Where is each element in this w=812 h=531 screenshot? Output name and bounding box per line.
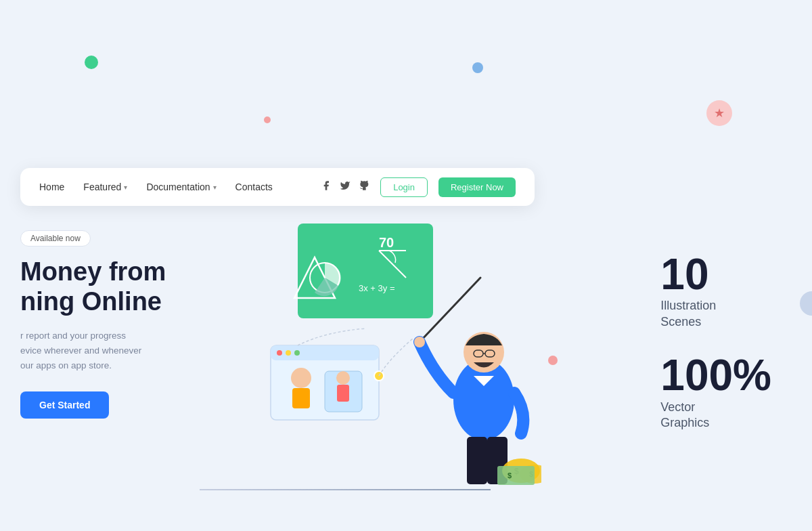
register-button[interactable]: Register Now <box>438 177 516 197</box>
nav-right: Login Register Now <box>321 177 516 197</box>
nav-left: Home Featured ▾ Documentation ▾ Contacts <box>39 182 273 192</box>
svg-point-27 <box>291 368 311 388</box>
stat-label-vector: VectorGraphics <box>660 400 771 431</box>
svg-rect-14 <box>467 437 487 484</box>
hero-content: Available now Money from ning Online r r… <box>20 230 257 419</box>
stat-number-vector: 100% <box>660 352 771 399</box>
available-badge: Available now <box>20 230 91 247</box>
svg-point-24 <box>277 350 282 356</box>
svg-text:3x + 3y =: 3x + 3y = <box>359 283 394 293</box>
social-icons <box>321 180 369 194</box>
deco-circle-star: ★ <box>706 100 732 126</box>
featured-chevron: ▾ <box>124 184 127 191</box>
svg-rect-20 <box>497 466 535 485</box>
stats-section: 10 IllustrationScenes 100% VectorGraphic… <box>660 251 771 452</box>
svg-rect-31 <box>337 385 349 402</box>
nav-item-contacts[interactable]: Contacts <box>235 182 273 192</box>
login-button[interactable]: Login <box>380 177 428 197</box>
deco-circle-green <box>85 56 98 69</box>
docs-chevron: ▾ <box>213 184 217 191</box>
svg-point-25 <box>286 350 291 356</box>
svg-point-30 <box>336 371 350 385</box>
deco-circle-pink-md <box>548 356 558 365</box>
hero-description: r report and your progress evice whereve… <box>20 328 257 373</box>
svg-rect-0 <box>298 224 433 318</box>
deco-circle-pink-sm <box>264 116 271 123</box>
deco-circle-blue <box>472 62 483 73</box>
svg-point-26 <box>294 350 300 356</box>
hero-title: Money from ning Online <box>20 257 257 316</box>
get-started-button[interactable]: Get Started <box>20 391 109 419</box>
svg-point-13 <box>414 337 425 347</box>
nav-item-featured[interactable]: Featured ▾ <box>83 182 127 192</box>
nav-item-docs[interactable]: Documentation ▾ <box>146 182 216 192</box>
navbar: Home Featured ▾ Documentation ▾ Contacts <box>20 168 535 206</box>
svg-text:$: $ <box>508 471 512 480</box>
svg-rect-28 <box>292 388 310 408</box>
svg-text:70: 70 <box>379 235 394 250</box>
stat-label-illustrations: IllustrationScenes <box>660 298 771 330</box>
stat-number-illustrations: 10 <box>660 251 771 298</box>
twitter-icon[interactable] <box>340 180 351 194</box>
nav-item-home[interactable]: Home <box>39 182 64 192</box>
right-edge-circle <box>800 291 812 316</box>
github-icon[interactable] <box>359 180 369 194</box>
facebook-icon[interactable] <box>321 180 332 194</box>
